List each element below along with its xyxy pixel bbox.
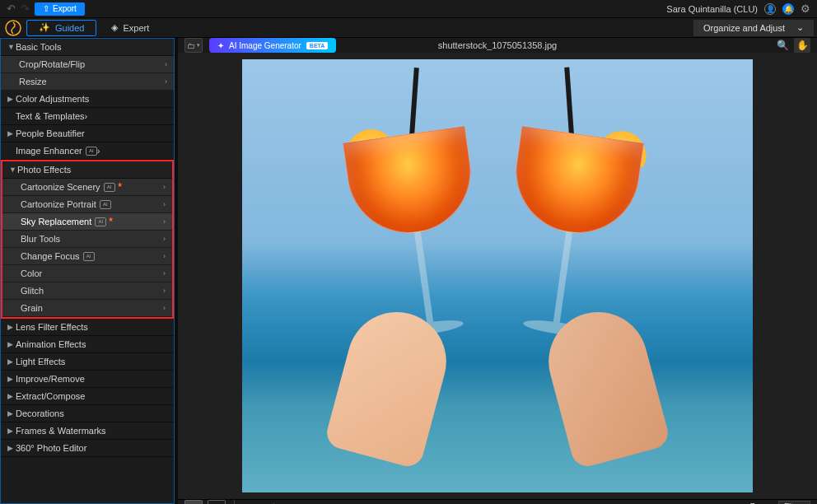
cat-animation[interactable]: ▶Animation Effects [1,336,174,353]
view-single-icon[interactable]: ▭ [184,500,203,504]
wand-icon: ✨ [39,22,50,33]
sub-color[interactable]: Color› [2,265,172,282]
cat-improve[interactable]: ▶Improve/Remove [1,371,174,388]
zoom-select[interactable]: Fit ▾ [778,501,810,505]
guided-label: Guided [55,23,84,33]
caret-down-icon: ▼ [7,43,16,51]
caret-right-icon: ▶ [7,323,16,331]
ai-badge-icon: AI [86,147,97,156]
user-icon[interactable]: 👤 [764,3,776,15]
folder-icon: 🗀 [187,41,195,50]
sub-blur[interactable]: Blur Tools› [2,231,172,248]
chevron-right-icon: › [163,235,166,243]
chevron-right-icon: › [163,217,166,226]
eyedropper-icon[interactable]: ✎ [266,500,284,504]
sub-crop[interactable]: Crop/Rotate/Flip› [1,56,174,73]
compare-toggle-icon[interactable]: ⇆ [243,500,261,504]
caret-right-icon: ▶ [7,357,16,366]
titlebar: ↶ ↷ ⇧ Export Sara Quintanilla (CLU) 👤 🔔 … [0,0,817,18]
sub-sky-replacement[interactable]: Sky ReplacementAI★› [2,213,172,231]
cat-lens[interactable]: ▶Lens Filter Effects [1,319,174,336]
expert-label: Expert [123,23,149,33]
sub-grain[interactable]: Grain› [2,300,172,317]
chevron-right-icon: › [85,111,88,121]
undo-icon[interactable]: ↶ [7,2,16,15]
new-star-icon: ★ [108,216,114,223]
content-area: 🗀▾ ✦ AI Image Generator BETA shutterstoc… [178,38,817,504]
upload-icon: ⇧ [43,4,49,13]
photo-effects-highlight: ▼Photo Effects Cartoonize SceneryAI★› Ca… [1,160,174,319]
sub-glitch[interactable]: Glitch› [2,282,172,300]
canvas[interactable] [178,53,817,499]
ai-badge-icon: AI [100,200,111,209]
user-name: Sara Quintanilla (CLU) [666,4,758,14]
layers-icon: ◈ [111,22,118,33]
sub-focus[interactable]: Change FocusAI› [2,248,172,265]
new-star-icon: ★ [117,181,123,189]
folder-button[interactable]: 🗀▾ [184,38,203,53]
organize-label: Organize and Adjust [703,23,785,33]
chevron-right-icon: › [163,287,166,295]
pan-icon[interactable]: ✋ [794,38,810,53]
caret-down-icon: ▼ [9,166,17,174]
notification-icon[interactable]: 🔔 [782,3,794,15]
app-logo[interactable] [3,18,23,38]
ai-generator-button[interactable]: ✦ AI Image Generator BETA [209,38,336,53]
sidebar: ▼Basic Tools Crop/Rotate/Flip› Resize› ▶… [0,38,175,504]
mode-expert[interactable]: ◈ Expert [100,20,161,36]
redo-icon[interactable]: ↷ [21,2,30,15]
sub-resize[interactable]: Resize› [1,73,174,91]
mode-guided[interactable]: ✨ Guided [26,20,96,36]
chevron-right-icon: › [97,146,100,156]
ai-gen-label: AI Image Generator [229,41,301,50]
zoom-icon[interactable]: 🔍 [774,38,791,53]
top-toolbar: 🗀▾ ✦ AI Image Generator BETA shutterstoc… [178,38,817,53]
cat-light[interactable]: ▶Light Effects [1,353,174,371]
cat-360[interactable]: ▶360° Photo Editor [1,440,174,457]
sub-cartoonize-scenery[interactable]: Cartoonize SceneryAI★› [2,179,172,196]
sub-cartoonize-portrait[interactable]: Cartoonize PortraitAI› [2,196,172,213]
dropdown-caret-icon: ▾ [197,42,200,49]
chevron-right-icon: › [163,200,166,208]
caret-right-icon: ▶ [7,409,16,418]
settings-icon[interactable]: ⚙ [801,2,810,15]
caret-right-icon: ▶ [7,340,16,348]
view-compare-icon[interactable]: ◫ [208,500,226,504]
preview-image [242,59,753,492]
ai-badge-icon: AI [104,183,115,192]
cat-enhancer[interactable]: ▶Image EnhancerAI› [1,142,174,160]
chevron-right-icon: › [165,77,167,86]
bottom-toolbar: ▭ ◫ ⇆ ✎ Zoom: Fit ▾ [178,499,817,504]
cat-extract[interactable]: ▶Extract/Compose [1,388,174,405]
organize-button[interactable]: Organize and Adjust ⌄ [693,20,814,36]
cat-decorations[interactable]: ▶Decorations [1,405,174,422]
chevron-right-icon: › [163,252,166,260]
separator [234,500,235,504]
cat-text[interactable]: ▶Text & Templates› [1,108,174,125]
caret-right-icon: ▶ [7,444,16,452]
caret-right-icon: ▶ [7,375,16,383]
beta-badge: BETA [306,42,329,49]
cat-color-adj[interactable]: ▶Color Adjustments [1,91,174,108]
caret-right-icon: ▶ [7,392,16,400]
cat-people[interactable]: ▶People Beautifier [1,125,174,142]
export-label: Export [53,4,77,13]
caret-right-icon: ▶ [7,95,16,103]
export-button[interactable]: ⇧ Export [35,2,85,16]
ai-badge-icon: AI [83,252,95,261]
caret-right-icon: ▶ [7,427,16,435]
modebar: ✨ Guided ◈ Expert Organize and Adjust ⌄ [0,18,817,38]
cat-photo-effects[interactable]: ▼Photo Effects [2,161,172,179]
sparkle-icon: ✦ [217,41,224,50]
chevron-right-icon: › [163,183,166,191]
chevron-right-icon: › [165,60,167,68]
ai-badge-icon: AI [95,217,106,226]
chevron-right-icon: › [163,304,166,312]
chevron-down-icon: ⌄ [796,22,804,33]
filename-label: shutterstock_1075051358.jpg [438,40,557,50]
cat-basic-tools[interactable]: ▼Basic Tools [1,39,174,56]
cat-frames[interactable]: ▶Frames & Watermarks [1,422,174,440]
caret-right-icon: ▶ [7,129,16,138]
chevron-right-icon: › [163,269,166,278]
